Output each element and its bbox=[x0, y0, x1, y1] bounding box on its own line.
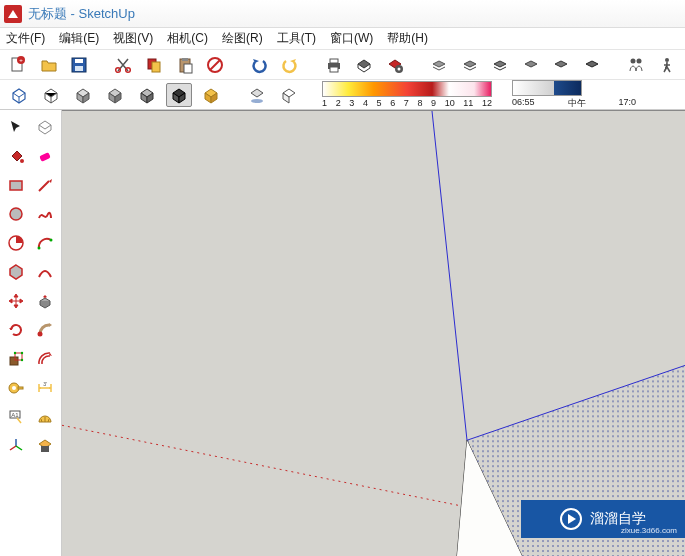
undo-button[interactable] bbox=[247, 53, 272, 77]
follow-me-tool[interactable] bbox=[32, 317, 58, 343]
tape-measure-tool[interactable] bbox=[3, 375, 29, 401]
freehand-tool[interactable] bbox=[32, 201, 58, 227]
paint-bucket-tool[interactable] bbox=[3, 143, 29, 169]
arc-2pt-tool[interactable] bbox=[32, 259, 58, 285]
axes-tool[interactable] bbox=[3, 433, 29, 459]
menu-edit[interactable]: 编辑(E) bbox=[59, 30, 99, 47]
push-pull-tool[interactable] bbox=[32, 288, 58, 314]
style-shaded[interactable] bbox=[70, 83, 96, 107]
style-wireframe[interactable] bbox=[6, 83, 32, 107]
svg-line-44 bbox=[62, 425, 482, 510]
svg-text:+: + bbox=[20, 57, 24, 63]
layer-button-1[interactable] bbox=[427, 53, 452, 77]
style-monochrome[interactable] bbox=[134, 83, 160, 107]
style-hidden-line[interactable] bbox=[38, 83, 64, 107]
menu-help[interactable]: 帮助(H) bbox=[387, 30, 428, 47]
layer-button-3[interactable] bbox=[488, 53, 513, 77]
new-button[interactable]: + bbox=[6, 53, 31, 77]
svg-text:A1: A1 bbox=[11, 412, 19, 418]
standard-toolbar: + bbox=[0, 50, 685, 80]
model-info-button[interactable] bbox=[352, 53, 377, 77]
scale-tool[interactable] bbox=[3, 346, 29, 372]
styles-toolbar: 1 2 3 4 5 6 7 8 9 10 11 12 06:55 中午 17:0 bbox=[0, 80, 685, 110]
svg-rect-9 bbox=[152, 62, 160, 72]
style-xray[interactable] bbox=[166, 83, 192, 107]
viewport[interactable]: 溜溜自学 zixue.3d66.com bbox=[62, 110, 685, 556]
drawing-toolbar: 3' A1 bbox=[0, 110, 62, 556]
time-start: 06:55 bbox=[512, 97, 535, 110]
menu-tools[interactable]: 工具(T) bbox=[277, 30, 316, 47]
svg-rect-11 bbox=[182, 58, 188, 61]
style-back-edges[interactable] bbox=[198, 83, 224, 107]
svg-point-21 bbox=[636, 58, 641, 63]
paste-button[interactable] bbox=[172, 53, 197, 77]
title-bar: 无标题 - SketchUp bbox=[0, 0, 685, 28]
window-title: 无标题 - SketchUp bbox=[28, 5, 135, 23]
time-end: 17:0 bbox=[619, 97, 637, 110]
walk-button[interactable] bbox=[654, 53, 679, 77]
shadow-settings[interactable] bbox=[276, 83, 302, 107]
eraser-tool[interactable] bbox=[32, 143, 58, 169]
line-tool[interactable] bbox=[32, 172, 58, 198]
time-slider[interactable]: 06:55 中午 17:0 bbox=[512, 80, 636, 110]
text-tool[interactable]: A1 bbox=[3, 404, 29, 430]
play-icon bbox=[560, 508, 582, 530]
delete-button[interactable] bbox=[203, 53, 228, 77]
people-button[interactable] bbox=[624, 53, 649, 77]
move-tool[interactable] bbox=[3, 288, 29, 314]
layer-button-2[interactable] bbox=[457, 53, 482, 77]
layer-button-4[interactable] bbox=[519, 53, 544, 77]
arc-tool[interactable] bbox=[32, 230, 58, 256]
copy-button[interactable] bbox=[142, 53, 167, 77]
save-button[interactable] bbox=[67, 53, 92, 77]
style-shaded-textures[interactable] bbox=[102, 83, 128, 107]
dimension-tool[interactable]: 3' bbox=[32, 375, 58, 401]
svg-line-14 bbox=[210, 60, 220, 70]
section-plane-tool[interactable] bbox=[32, 433, 58, 459]
svg-point-34 bbox=[14, 352, 16, 354]
svg-rect-39 bbox=[18, 387, 23, 389]
svg-rect-16 bbox=[330, 59, 338, 63]
svg-point-27 bbox=[10, 208, 22, 220]
open-button[interactable] bbox=[37, 53, 62, 77]
menu-draw[interactable]: 绘图(R) bbox=[222, 30, 263, 47]
menu-window[interactable]: 窗口(W) bbox=[330, 30, 373, 47]
circle-tool[interactable] bbox=[3, 201, 29, 227]
watermark-url: zixue.3d66.com bbox=[621, 526, 677, 535]
offset-tool[interactable] bbox=[32, 346, 58, 372]
svg-point-23 bbox=[251, 99, 263, 103]
watermark: 溜溜自学 zixue.3d66.com bbox=[521, 500, 685, 538]
layer-button-6[interactable] bbox=[580, 53, 605, 77]
print-button[interactable] bbox=[322, 53, 347, 77]
component-tool[interactable] bbox=[32, 114, 58, 140]
svg-point-36 bbox=[21, 359, 23, 361]
svg-rect-12 bbox=[184, 64, 192, 73]
svg-point-19 bbox=[398, 67, 401, 70]
month-slider[interactable]: 1 2 3 4 5 6 7 8 9 10 11 12 bbox=[322, 81, 492, 108]
svg-rect-26 bbox=[10, 181, 22, 190]
svg-point-29 bbox=[38, 247, 41, 250]
select-tool[interactable] bbox=[3, 114, 29, 140]
svg-rect-43 bbox=[41, 446, 49, 452]
rectangle-tool[interactable] bbox=[3, 172, 29, 198]
workspace: 3' A1 溜溜自学 zixue.3d66.com bbox=[0, 110, 685, 556]
menu-camera[interactable]: 相机(C) bbox=[167, 30, 208, 47]
svg-text:3': 3' bbox=[43, 381, 47, 387]
shadow-toggle[interactable] bbox=[244, 83, 270, 107]
redo-button[interactable] bbox=[278, 53, 303, 77]
svg-rect-5 bbox=[75, 66, 83, 71]
polygon-tool[interactable] bbox=[3, 259, 29, 285]
svg-rect-17 bbox=[330, 67, 338, 72]
protractor-tool[interactable] bbox=[32, 404, 58, 430]
svg-point-30 bbox=[50, 239, 53, 242]
menu-view[interactable]: 视图(V) bbox=[113, 30, 153, 47]
pie-tool[interactable] bbox=[3, 230, 29, 256]
cut-button[interactable] bbox=[111, 53, 136, 77]
svg-rect-25 bbox=[39, 152, 51, 162]
menu-file[interactable]: 文件(F) bbox=[6, 30, 45, 47]
svg-point-24 bbox=[20, 159, 24, 163]
menu-bar: 文件(F) 编辑(E) 视图(V) 相机(C) 绘图(R) 工具(T) 窗口(W… bbox=[0, 28, 685, 50]
preferences-button[interactable] bbox=[383, 53, 408, 77]
rotate-tool[interactable] bbox=[3, 317, 29, 343]
layer-button-5[interactable] bbox=[549, 53, 574, 77]
